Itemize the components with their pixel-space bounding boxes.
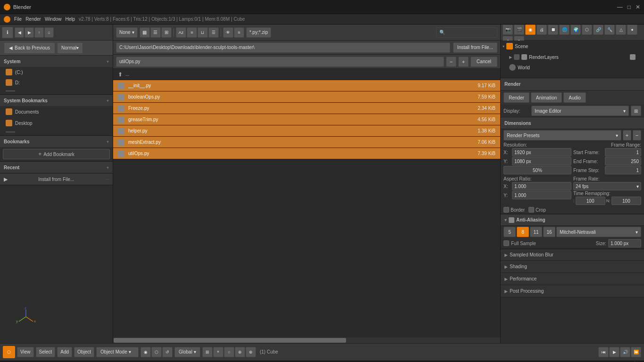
install-header[interactable]: ▶ Install from File... ···	[0, 173, 113, 185]
aa-num-5[interactable]: 5	[504, 227, 516, 237]
up-dir-row[interactable]: ⬆ ...	[113, 69, 500, 80]
scene-props-icon[interactable]: 🌐	[559, 25, 570, 35]
crop-checkbox-item[interactable]: Crop	[528, 207, 546, 213]
aa-num-16[interactable]: 16	[543, 227, 555, 237]
add-bookmark-btn[interactable]: + Add Bookmark	[3, 149, 110, 159]
size-value[interactable]: 1.000 px	[608, 239, 641, 247]
minimize-button[interactable]: —	[617, 4, 623, 10]
size-btn[interactable]: ⊔	[198, 27, 208, 38]
audio-btn[interactable]: 🔊	[620, 347, 630, 357]
search-input[interactable]	[447, 30, 494, 35]
time-old[interactable]: 100	[576, 197, 605, 205]
file-row[interactable]: meshExtract.py 7.06 KiB	[113, 137, 500, 148]
frame-rate-dropdown[interactable]: 24 fps ▾	[573, 182, 641, 190]
render-tab[interactable]: Render	[504, 92, 529, 103]
properties-scroll[interactable]: Render Render Animation Audio Display: I…	[501, 78, 644, 343]
aa-filter-dropdown[interactable]: Mitchell-Netravali ▾	[556, 227, 641, 237]
file-path-input[interactable]	[116, 42, 450, 53]
filter-btn[interactable]: ☰	[208, 27, 219, 38]
res-y-value[interactable]: 1080 px	[512, 157, 571, 165]
animation-tab[interactable]: Animation	[531, 92, 562, 103]
transform-btn[interactable]: ⊕	[235, 347, 245, 357]
drive-d-item[interactable]: D:	[0, 77, 113, 88]
minus-btn[interactable]: −	[446, 57, 456, 67]
presets-add-btn[interactable]: +	[623, 130, 631, 140]
performance-section[interactable]: ▶ Performance	[501, 273, 644, 285]
render-menu[interactable]: Render	[25, 16, 41, 22]
global-dropdown[interactable]: Global ▾	[174, 347, 200, 357]
end-frame-value[interactable]: 250	[605, 157, 641, 165]
frame-step-value[interactable]: 1	[605, 166, 641, 174]
info-icon[interactable]: ℹ	[2, 27, 13, 38]
viewport-icon[interactable]: ⬡	[3, 346, 15, 358]
sampled-motion-blur-section[interactable]: ▶ Sampled Motion Blur	[501, 248, 644, 261]
system-expand-btn[interactable]	[0, 88, 113, 94]
shading-section[interactable]: ▶ Shading	[501, 261, 644, 273]
window-menu[interactable]: Window	[45, 16, 62, 22]
filename-input[interactable]	[116, 57, 444, 67]
hide-btn[interactable]: 👁	[223, 27, 233, 38]
install-from-file-btn[interactable]: Install from File...	[453, 42, 497, 53]
aspect-x[interactable]: 1.000	[512, 182, 571, 190]
cancel-btn[interactable]: Cancel	[471, 57, 497, 67]
view-menu[interactable]: View	[17, 347, 34, 357]
maximize-button[interactable]: □	[627, 4, 631, 10]
modifiers-icon[interactable]: 🔧	[604, 25, 615, 35]
viewport-btn-1[interactable]: ◉	[140, 347, 151, 357]
object-mode-dropdown[interactable]: Object Mode ▾	[96, 347, 139, 357]
image-editor-dropdown[interactable]: Image Editor ▾	[531, 106, 629, 116]
close-button[interactable]: ✕	[636, 4, 640, 10]
file-row[interactable]: utilOps.py 7.39 KiB	[113, 148, 500, 159]
aa-num-11[interactable]: 11	[530, 227, 542, 237]
aa-num-8[interactable]: 8	[517, 227, 529, 237]
file-row[interactable]: __init__.py 9.17 KiB	[113, 80, 500, 91]
back-to-previous-button[interactable]: ◀ Back to Previous	[4, 42, 55, 54]
time-new[interactable]: 100	[611, 197, 641, 205]
prop-btn[interactable]: ○	[224, 347, 234, 357]
start-frame-value[interactable]: 1	[605, 148, 641, 156]
desktop-item[interactable]: Desktop	[0, 117, 113, 129]
render-icon-active[interactable]: ◉	[525, 25, 536, 35]
system-section-header[interactable]: System ▾	[0, 56, 113, 67]
grid-btn[interactable]: ⊞	[202, 347, 213, 357]
scene-icon[interactable]: 🎬	[514, 25, 524, 35]
view-mode-dropdown[interactable]: None ▾	[116, 27, 138, 38]
filter2-btn[interactable]: ≡	[234, 27, 244, 38]
h-scrollbar[interactable]	[113, 337, 500, 343]
audio-tab[interactable]: Audio	[563, 92, 586, 103]
nav-back-btn[interactable]: ◀	[15, 27, 24, 38]
list-view-btn[interactable]: ☰	[150, 27, 161, 38]
system-bookmarks-header[interactable]: System Bookmarks ▾	[0, 95, 113, 106]
data-icon[interactable]: △	[616, 25, 626, 35]
filter-dropdown[interactable]: *.py;*.zip	[246, 27, 271, 38]
nav-home-btn[interactable]: ⌂	[44, 27, 54, 38]
res-x-value[interactable]: 1920 px	[512, 148, 571, 156]
columns-btn[interactable]: ⊞	[161, 27, 172, 38]
play-btn[interactable]: ▶	[609, 347, 619, 357]
viewport-btn-3[interactable]: ↺	[162, 347, 173, 357]
sort-icon-btn[interactable]: ≡	[187, 27, 197, 38]
display-icon-btn[interactable]: ⊞	[631, 106, 641, 116]
world-item[interactable]: World	[501, 62, 644, 73]
object-props-icon[interactable]: ⬡	[582, 25, 592, 35]
documents-item[interactable]: Documents	[0, 106, 113, 117]
render-props-icon[interactable]: 📷	[503, 25, 513, 35]
sync-btn[interactable]: ⏩	[631, 347, 641, 357]
border-checkbox-item[interactable]: Border	[504, 207, 525, 213]
render-presets-dropdown[interactable]: Render Presets ▾	[504, 130, 621, 140]
view-layer-icon[interactable]: 🔲	[548, 25, 558, 35]
render-layers-item[interactable]: ▶ RenderLayers	[501, 52, 644, 62]
grid-view-btn[interactable]: ▦	[140, 27, 150, 38]
world-icon[interactable]: 🌍	[570, 25, 581, 35]
aspect-y[interactable]: 1.000	[512, 191, 571, 199]
gizmo-btn[interactable]: ⊗	[246, 347, 256, 357]
select-menu[interactable]: Select	[36, 347, 56, 357]
output-icon[interactable]: 🖨	[537, 25, 547, 35]
bookmarks-section-header[interactable]: Bookmarks ▾	[0, 136, 113, 147]
nav-fwd-btn[interactable]: ▶	[25, 27, 34, 38]
help-menu[interactable]: Help	[66, 16, 75, 22]
file-menu[interactable]: File	[14, 16, 22, 22]
sort-az-btn[interactable]: Az	[176, 27, 186, 38]
file-row[interactable]: helper.py 1.38 KiB	[113, 125, 500, 137]
snap-btn[interactable]: ⌖	[213, 347, 223, 357]
